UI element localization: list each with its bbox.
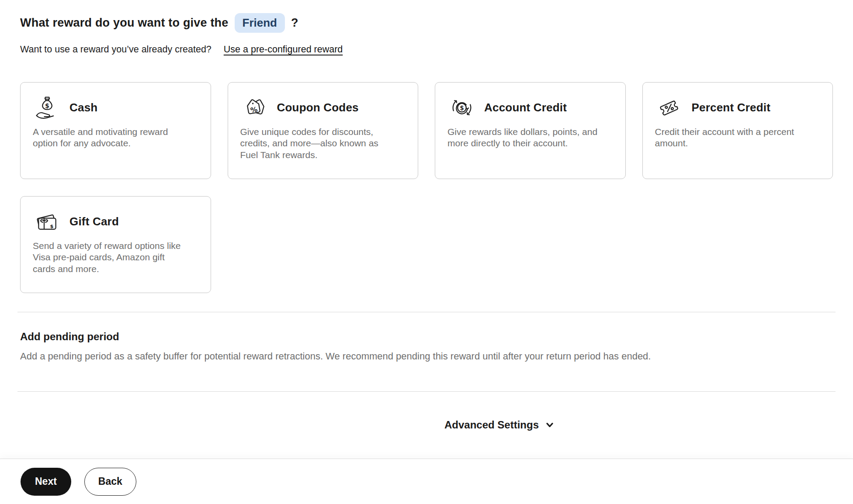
svg-text:$: $ xyxy=(50,223,53,229)
section-divider xyxy=(17,391,836,392)
reward-options-grid: $ Cash A versatile and motivating reward… xyxy=(20,82,833,293)
card-description: Give unique codes for discounts, credits… xyxy=(240,126,391,161)
card-head: $ Cash xyxy=(33,95,198,121)
reward-card-percent-credit[interactable]: Percent Credit Credit their account with… xyxy=(642,82,833,179)
gift-cards-icon: $ xyxy=(33,209,62,235)
chevron-down-icon xyxy=(545,420,555,430)
percent-ticket-icon xyxy=(655,95,684,121)
card-title: Gift Card xyxy=(69,215,119,228)
reward-card-coupon-codes[interactable]: % Coupon Codes Give unique codes for dis… xyxy=(228,82,419,179)
card-description: Send a variety of reward options like Vi… xyxy=(33,240,184,275)
card-title: Account Credit xyxy=(484,101,567,114)
reward-card-account-credit[interactable]: $ Account Credit Give rewards like dolla… xyxy=(435,82,626,179)
svg-text:$: $ xyxy=(45,102,49,109)
reward-card-cash[interactable]: $ Cash A versatile and motivating reward… xyxy=(20,82,211,179)
card-head: $ Gift Card xyxy=(33,209,198,235)
next-button[interactable]: Next xyxy=(21,468,71,496)
wizard-footer: Next Back xyxy=(0,459,853,504)
back-button[interactable]: Back xyxy=(84,468,136,496)
percent-tags-icon: % xyxy=(240,95,269,121)
advanced-settings-row: Advanced Settings xyxy=(20,416,833,434)
card-title: Coupon Codes xyxy=(277,101,359,114)
card-head: Percent Credit xyxy=(655,95,821,121)
reward-card-gift-card[interactable]: $ Gift Card Send a variety of reward opt… xyxy=(20,196,211,293)
title-prefix: What reward do you want to give the xyxy=(20,16,229,30)
card-description: A versatile and motivating reward option… xyxy=(33,126,184,149)
svg-text:$: $ xyxy=(460,104,464,111)
advanced-settings-toggle[interactable]: Advanced Settings xyxy=(443,416,556,434)
main-content: What reward do you want to give the Frie… xyxy=(0,0,853,434)
card-description: Credit their account with a percent amou… xyxy=(655,126,806,149)
dollar-circular-arrows-icon: $ xyxy=(447,95,476,121)
page-title: What reward do you want to give the Frie… xyxy=(20,13,833,33)
title-question-mark: ? xyxy=(291,16,298,30)
cash-bag-in-hand-icon: $ xyxy=(33,95,62,121)
svg-text:%: % xyxy=(250,105,258,114)
card-title: Percent Credit xyxy=(692,101,771,114)
subtitle-row: Want to use a reward you’ve already crea… xyxy=(20,44,833,55)
card-head: % Coupon Codes xyxy=(240,95,406,121)
card-description: Give rewards like dollars, points, and m… xyxy=(447,126,598,149)
preconfigured-reward-link[interactable]: Use a pre-configured reward xyxy=(224,44,343,55)
reward-step-page: What reward do you want to give the Frie… xyxy=(0,0,853,504)
card-title: Cash xyxy=(69,101,97,114)
subtitle-question: Want to use a reward you’ve already crea… xyxy=(20,44,212,55)
card-head: $ Account Credit xyxy=(447,95,613,121)
role-pill: Friend xyxy=(235,13,285,33)
pending-period-heading: Add pending period xyxy=(20,331,833,343)
section-divider xyxy=(17,312,836,312)
advanced-settings-label: Advanced Settings xyxy=(444,419,539,431)
pending-period-description: Add a pending period as a safety buffer … xyxy=(20,350,833,363)
